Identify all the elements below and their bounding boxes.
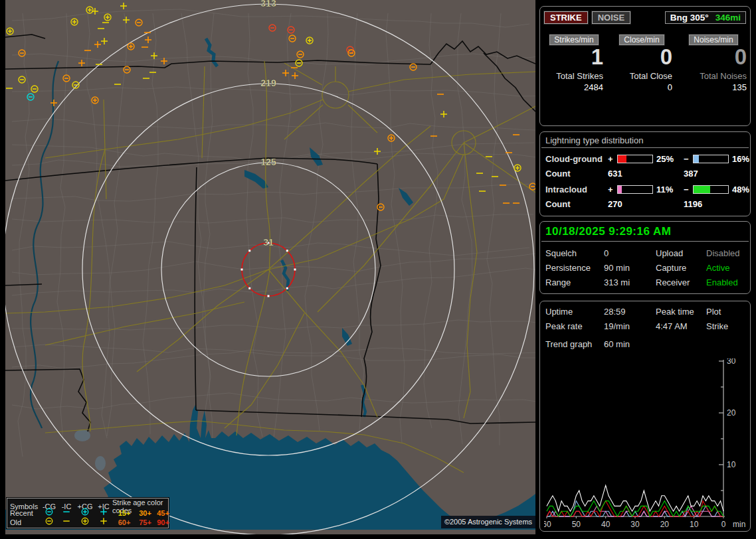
bearing-readout: Bng 305°346mi xyxy=(665,11,746,24)
legend-age-code: 90+ xyxy=(154,518,172,526)
trend-graph: 1020306050403020100min xyxy=(544,358,747,530)
total-close-value: 0 xyxy=(607,82,676,92)
ic-count-label: Count xyxy=(545,199,608,209)
distribution-panel: Lightning type distribution Cloud-ground… xyxy=(539,131,751,216)
peak-rate-value: 19/min xyxy=(604,321,656,331)
svg-text:219: 219 xyxy=(260,78,276,88)
status-cell: 90 min xyxy=(604,263,656,273)
legend-glyph xyxy=(95,517,112,527)
strike-button[interactable]: STRIKE xyxy=(544,11,588,24)
svg-text:40: 40 xyxy=(601,520,611,529)
copyright-label: ©2005 Astrogenic Systems xyxy=(441,516,535,528)
distribution-title: Lightning type distribution xyxy=(540,132,750,147)
legend-age-code: 75+ xyxy=(136,518,154,526)
svg-text:30: 30 xyxy=(630,520,640,529)
legend-age-code: 60+ xyxy=(112,518,136,526)
svg-text:10: 10 xyxy=(727,460,736,469)
status-cell: Capture xyxy=(656,263,706,273)
svg-text:0: 0 xyxy=(721,520,726,529)
svg-text:125: 125 xyxy=(260,157,276,167)
svg-text:313: 313 xyxy=(260,0,276,9)
bearing-label: Bng 305° xyxy=(670,13,709,23)
svg-text:10: 10 xyxy=(690,520,699,529)
status-cell: Range xyxy=(545,277,604,287)
close-per-min-value: 0 xyxy=(607,45,676,69)
neg-cg-bar xyxy=(693,155,729,163)
total-close-label: Total Close xyxy=(607,71,676,81)
peak-time-value: 4:47 AM xyxy=(656,321,706,331)
svg-text:20: 20 xyxy=(660,520,670,529)
status-panel: 10/18/2025 9:29:16 AM Squelch0UploadDisa… xyxy=(539,221,751,294)
symbol-legend: Symbols -CG -IC +CG +IC Strike age color… xyxy=(7,498,169,528)
pos-ic-count: 270 xyxy=(608,199,684,209)
uptime-value: 28:59 xyxy=(604,307,656,317)
svg-text:30: 30 xyxy=(727,358,736,366)
svg-text:50: 50 xyxy=(572,520,581,529)
water-bodies xyxy=(5,38,535,530)
svg-text:31: 31 xyxy=(263,237,274,248)
counters-panel: STRIKE NOISE Bng 305°346mi Strikes/min C… xyxy=(539,6,751,126)
status-cell: Persistence xyxy=(545,263,604,273)
plus-sign: + xyxy=(608,154,617,164)
cg-count-label: Count xyxy=(545,169,608,179)
legend-age-code: 15+ xyxy=(112,509,136,517)
datetime-display: 10/18/2025 9:29:16 AM xyxy=(540,222,750,241)
legend-glyph xyxy=(95,508,112,518)
trend-graph-window: 60 min xyxy=(604,339,750,349)
svg-text:min: min xyxy=(733,520,745,529)
strikes-per-min-value: 1 xyxy=(541,45,607,69)
total-strikes-label: Total Strikes xyxy=(541,71,607,81)
legend-row-recent: Recent 15+30+45+ xyxy=(7,508,168,517)
close-per-min-badge[interactable]: Close/min xyxy=(619,35,664,45)
neg-ic-bar xyxy=(693,185,729,194)
pos-ic-pct: 11% xyxy=(653,185,684,194)
legend-glyph xyxy=(75,508,95,518)
county-borders xyxy=(12,9,535,457)
noises-per-min-badge[interactable]: Noises/min xyxy=(689,35,737,45)
status-cell: Active xyxy=(706,263,750,273)
trend-panel: Uptime 28:59 Peak time Plot Peak rate 19… xyxy=(539,301,751,532)
cloud-ground-label: Cloud-ground xyxy=(545,154,608,164)
plot-label: Plot xyxy=(706,307,750,317)
status-cell: Squelch xyxy=(545,248,604,258)
noises-per-min-value: 0 xyxy=(676,45,751,69)
uptime-label: Uptime xyxy=(545,307,604,317)
pos-ic-bar xyxy=(617,185,653,194)
pos-cg-pct: 25% xyxy=(653,154,684,164)
strike-symbols xyxy=(6,3,535,210)
status-cell: Enabled xyxy=(706,277,750,287)
trend-graph-label: Trend graph xyxy=(545,339,604,349)
status-cell: Upload xyxy=(656,248,706,258)
map-canvas: 31321912531 xyxy=(5,0,535,534)
legend-age-code: 45+ xyxy=(154,509,172,517)
bearing-range: 346mi xyxy=(715,13,741,23)
legend-glyph xyxy=(41,517,58,527)
legend-age-code: 30+ xyxy=(136,509,154,517)
legend-row-old: Old 60+75+90+ xyxy=(7,517,168,526)
status-cell: 313 mi xyxy=(604,277,656,287)
minus-sign: − xyxy=(684,185,693,194)
radar-map[interactable]: 31321912531 Symbols -CG -IC +CG +IC Stri… xyxy=(5,0,535,534)
plot-mode-value: Strike xyxy=(706,321,750,331)
noise-button[interactable]: NOISE xyxy=(592,11,630,24)
pos-cg-bar xyxy=(617,155,653,163)
intracloud-label: Intracloud xyxy=(545,185,608,194)
status-cell: 0 xyxy=(604,248,656,258)
svg-text:20: 20 xyxy=(727,408,736,418)
svg-text:60: 60 xyxy=(544,520,551,529)
app-window: { "map": { "copyright": "©2005 Astrogeni… xyxy=(0,0,756,539)
neg-ic-pct: 48% xyxy=(729,185,751,194)
state-borders xyxy=(5,35,535,431)
status-grid: Squelch0UploadDisabledPersistence90 minC… xyxy=(540,248,750,287)
minus-sign: − xyxy=(684,154,693,164)
legend-glyph xyxy=(58,508,75,518)
neg-ic-count: 1196 xyxy=(684,199,750,209)
range-ring-labels: 31321912531 xyxy=(260,0,276,248)
total-noises-value: 135 xyxy=(676,82,751,92)
peak-time-label: Peak time xyxy=(656,307,706,317)
total-strikes-value: 2484 xyxy=(541,82,607,92)
plus-sign: + xyxy=(608,185,617,194)
pos-cg-count: 631 xyxy=(608,169,684,179)
status-cell: Receiver xyxy=(656,277,706,287)
strikes-per-min-badge[interactable]: Strikes/min xyxy=(549,35,598,45)
